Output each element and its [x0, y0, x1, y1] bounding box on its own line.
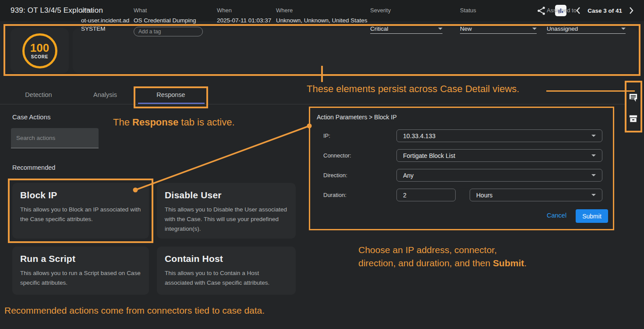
annotation-response-tab: The Response tab is active.	[113, 117, 235, 128]
annotation-persist-connector	[546, 90, 635, 92]
action-card-desc: This allows you to Disable the User asso…	[165, 205, 288, 234]
assigned-column: Assigned to Unassigned	[547, 7, 626, 34]
ip-label: IP:	[323, 132, 330, 139]
case-actions-title: Case Actions	[12, 113, 51, 121]
recommended-section-title: Recommended	[12, 164, 55, 171]
where-label: Where	[276, 7, 368, 14]
breadcrumb: Action Parameters > Block IP	[317, 114, 396, 121]
score-ring: 100 SCORE	[22, 33, 57, 68]
tab-response[interactable]: Response	[136, 86, 206, 104]
action-card-desc: This allows you to run a Script based on…	[20, 268, 141, 288]
action-card-title: Contain Host	[165, 254, 288, 264]
connector-select[interactable]: Fortigate Block List	[396, 149, 602, 162]
tabs-divider	[0, 104, 626, 104]
cancel-button[interactable]: Cancel	[547, 212, 566, 219]
score-card: 100 SCORE	[11, 28, 69, 73]
action-card-desc: This allows you to Block an IP associate…	[20, 205, 141, 224]
who-label: Who	[81, 7, 129, 14]
share-icon[interactable]	[536, 6, 546, 16]
connector-label: Connector:	[323, 152, 351, 159]
assigned-value: Unassigned	[547, 25, 578, 32]
direction-value: Any	[403, 172, 414, 179]
direction-select[interactable]: Any	[396, 169, 602, 182]
ip-value: 10.33.4.133	[403, 132, 435, 139]
search-actions-box	[11, 128, 99, 148]
duration-unit-select[interactable]: Hours	[470, 189, 602, 201]
chevron-down-icon	[621, 28, 626, 30]
search-actions-input[interactable]	[11, 135, 99, 141]
tab-analysis[interactable]: Analysis	[70, 86, 140, 104]
when-label: When	[217, 7, 271, 14]
where-value: Unknown, Unknown, United States	[276, 16, 368, 25]
comment-icon[interactable]	[628, 93, 638, 103]
action-card-run-script[interactable]: Run a Script This allows you to run a Sc…	[12, 247, 149, 295]
add-tag-input[interactable]	[134, 27, 203, 36]
severity-column: Severity Critical	[370, 7, 442, 34]
assigned-select[interactable]: Unassigned	[547, 24, 626, 34]
annotation-recommended: Recommended actions come from connectors…	[4, 305, 265, 316]
status-value: New	[460, 25, 472, 32]
action-card-title: Disable User	[165, 190, 288, 200]
direction-label: Direction:	[323, 172, 347, 179]
what-value: OS Credential Dumping	[134, 16, 203, 25]
status-label: Status	[460, 7, 537, 14]
when-value: 2025-07-11 01:03:37	[217, 16, 271, 25]
action-card-title: Block IP	[20, 190, 141, 200]
header-annotation-connector	[321, 66, 323, 82]
action-card-block-ip[interactable]: Block IP This allows you to Block an IP …	[12, 183, 149, 239]
duration-input-wrap	[396, 189, 456, 201]
submit-button[interactable]: Submit	[576, 209, 608, 223]
action-card-desc: This allows you to to Contain a Host ass…	[165, 268, 288, 288]
annotation-persist: These elements persist across Case Detai…	[307, 83, 519, 95]
when-column: When 2025-07-11 01:03:37	[217, 7, 271, 25]
annotation-choose-params: Choose an IP address, connector, directi…	[358, 243, 527, 270]
side-icons-annotation-box	[625, 81, 642, 132]
action-parameters-annotation-box	[309, 107, 614, 230]
who-column: Who ot-user.incident.ad SYSTEM	[81, 7, 129, 33]
ip-select[interactable]: 10.33.4.133	[396, 129, 602, 142]
severity-label: Severity	[370, 7, 442, 14]
who-value-line2: SYSTEM	[81, 25, 129, 33]
duration-unit-value: Hours	[476, 192, 492, 199]
what-column: What OS Credential Dumping	[134, 7, 203, 36]
tab-detection[interactable]: Detection	[4, 86, 74, 104]
chevron-down-icon	[591, 174, 596, 176]
chevron-down-icon	[591, 135, 596, 137]
chevron-down-icon	[532, 28, 537, 30]
case-detail-page: 939: OT L3/4/5 Exploitation	[0, 0, 644, 329]
status-column: Status New	[460, 7, 537, 34]
chevron-down-icon	[591, 194, 596, 196]
who-value-line1: ot-user.incident.ad	[81, 16, 129, 25]
action-card-disable-user[interactable]: Disable User This allows you to Disable …	[157, 183, 296, 239]
severity-select[interactable]: Critical	[370, 24, 442, 34]
chevron-down-icon	[438, 28, 442, 30]
what-label: What	[134, 7, 203, 14]
chevron-down-icon	[591, 154, 596, 157]
duration-input[interactable]	[403, 192, 449, 199]
status-select[interactable]: New	[460, 24, 537, 34]
connector-value: Fortigate Block List	[403, 152, 455, 159]
where-column: Where Unknown, Unknown, United States	[276, 7, 368, 25]
duration-label: Duration:	[323, 192, 347, 198]
score-label: SCORE	[31, 54, 49, 59]
action-card-contain-host[interactable]: Contain Host This allows you to to Conta…	[157, 247, 296, 295]
action-card-title: Run a Script	[20, 254, 141, 264]
assigned-label: Assigned to	[547, 7, 626, 14]
archive-icon[interactable]	[628, 114, 638, 124]
chevron-right-icon[interactable]	[628, 7, 634, 14]
severity-value: Critical	[370, 25, 388, 32]
score-value: 100	[30, 42, 49, 54]
